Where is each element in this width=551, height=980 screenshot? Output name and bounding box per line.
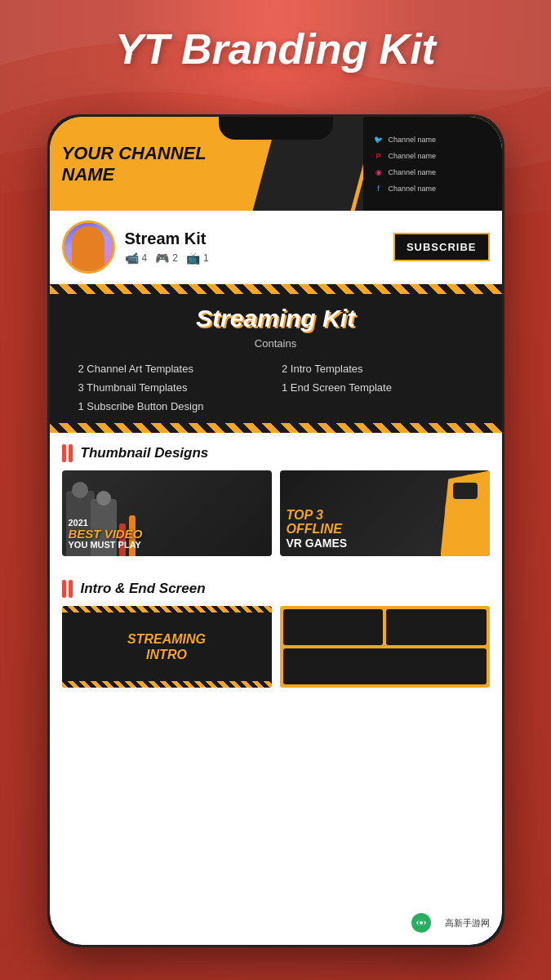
thumbnail-section-title: Thumbnail Designs	[81, 445, 209, 461]
twitter-label: Channel name	[389, 136, 437, 144]
bar-4	[69, 580, 73, 598]
kit-title: Streaming Kit	[62, 305, 490, 332]
social-pinterest: P Channel name	[373, 150, 492, 162]
kit-contains: Contains	[62, 337, 490, 350]
intro-card-1: STREAMING INTRO	[62, 606, 272, 688]
main-title: YT Branding Kit	[0, 24, 551, 74]
stat-videos: 📹 4	[125, 252, 148, 265]
banner-social: 🐦 Channel name P Channel name ◉ Channel …	[363, 117, 502, 211]
intro-section-title: Intro & End Screen	[81, 581, 206, 597]
thumb-2-text: TOP 3 OFFLINE VR GAMES	[280, 501, 490, 556]
section-bars-2	[62, 580, 73, 598]
social-twitter: 🐦 Channel name	[373, 134, 492, 145]
intro-stripe-bot	[62, 681, 272, 688]
channel-stats: 📹 4 🎮 2 📺 1	[125, 252, 384, 265]
kit-features: 2 Channel Art Templates 2 Intro Template…	[62, 363, 490, 412]
bar-2	[69, 444, 73, 462]
pinterest-label: Channel name	[389, 152, 437, 160]
views-icon: 📺	[186, 252, 200, 265]
bar-3	[62, 580, 66, 598]
intro-title: STREAMING INTRO	[127, 631, 206, 662]
feature-5: 1 Subscribe Button Design	[78, 400, 270, 412]
kit-stripe-bottom	[50, 423, 502, 433]
watermark: 高新手游网	[406, 907, 494, 938]
thumbnail-2: TOP 3 OFFLINE VR GAMES	[280, 470, 490, 556]
end-screen-grid	[280, 606, 490, 688]
vr-headset	[453, 483, 478, 499]
head-2	[96, 491, 111, 506]
pinterest-icon: P	[373, 150, 384, 162]
intro-stripe-top	[62, 606, 272, 612]
thumb-title-2: TOP 3	[287, 508, 483, 523]
svg-point-5	[420, 921, 423, 924]
phone-notch	[219, 117, 333, 140]
intro-grid: STREAMING INTRO	[50, 606, 502, 700]
phone-screen: YOUR CHANNEL NAME 🐦 Channel name P Chann…	[50, 117, 502, 945]
end-box-1	[283, 609, 384, 645]
end-screen-card	[280, 606, 490, 688]
avatar-body	[72, 226, 104, 271]
feature-1: 2 Channel Art Templates	[78, 363, 270, 375]
banner-channel-name: YOUR CHANNEL NAME	[62, 142, 207, 185]
section-bars-1	[62, 444, 73, 462]
head-1	[72, 482, 88, 498]
stat-count-3: 1	[203, 252, 209, 264]
phone-frame: YOUR CHANNEL NAME 🐦 Channel name P Chann…	[47, 114, 504, 947]
stat-views: 📺 1	[186, 252, 209, 265]
avatar-image	[64, 223, 113, 271]
avatar	[62, 220, 115, 274]
streaming-kit-section: Streaming Kit Contains 2 Channel Art Tem…	[50, 284, 502, 433]
thumbnail-grid: 2021 BEST VIDEO YOU MUST PLAY	[50, 470, 502, 568]
end-box-3	[283, 648, 487, 684]
social-instagram: ◉ Channel name	[373, 167, 492, 178]
stat-count-2: 2	[172, 252, 178, 264]
subscribe-button[interactable]: SUBSCRIBE	[393, 233, 490, 261]
twitter-icon: 🐦	[373, 134, 384, 145]
video-icon: 📹	[125, 252, 139, 265]
feature-4: 1 End Screen Template	[282, 381, 473, 394]
watermark-logo	[406, 907, 437, 938]
thumbnail-1: 2021 BEST VIDEO YOU MUST PLAY	[62, 470, 272, 556]
channel-info: Stream Kit 📹 4 🎮 2 📺 1 SUBSC	[50, 211, 502, 284]
subscriber-icon: 🎮	[155, 252, 169, 265]
channel-name: Stream Kit	[125, 229, 384, 248]
bar-1	[62, 444, 66, 462]
thumb-1-text: 2021 BEST VIDEO YOU MUST PLAY	[62, 511, 272, 556]
social-facebook: f Channel name	[373, 183, 492, 194]
feature-3: 3 Thumbnail Templates	[78, 381, 270, 394]
facebook-label: Channel name	[389, 185, 437, 193]
feature-2: 2 Intro Templates	[282, 363, 473, 375]
intro-section-header: Intro & End Screen	[50, 568, 502, 606]
thumb-line-3: VR GAMES	[287, 537, 483, 550]
instagram-icon: ◉	[373, 167, 384, 178]
stat-subscribers: 🎮 2	[155, 252, 178, 265]
watermark-text: 高新手游网	[441, 915, 494, 931]
thumb-sub-1: YOU MUST PLAY	[69, 540, 265, 550]
facebook-icon: f	[373, 183, 384, 194]
thumb-title-1: BEST VIDEO	[69, 528, 265, 540]
thumb-line-2: OFFLINE	[287, 522, 483, 537]
stat-count-1: 4	[142, 252, 148, 264]
kit-stripe-top	[50, 284, 502, 294]
channel-details: Stream Kit 📹 4 🎮 2 📺 1	[125, 229, 384, 265]
instagram-label: Channel name	[389, 168, 437, 176]
end-box-2	[386, 609, 487, 645]
thumbnail-section-header: Thumbnail Designs	[50, 433, 502, 470]
